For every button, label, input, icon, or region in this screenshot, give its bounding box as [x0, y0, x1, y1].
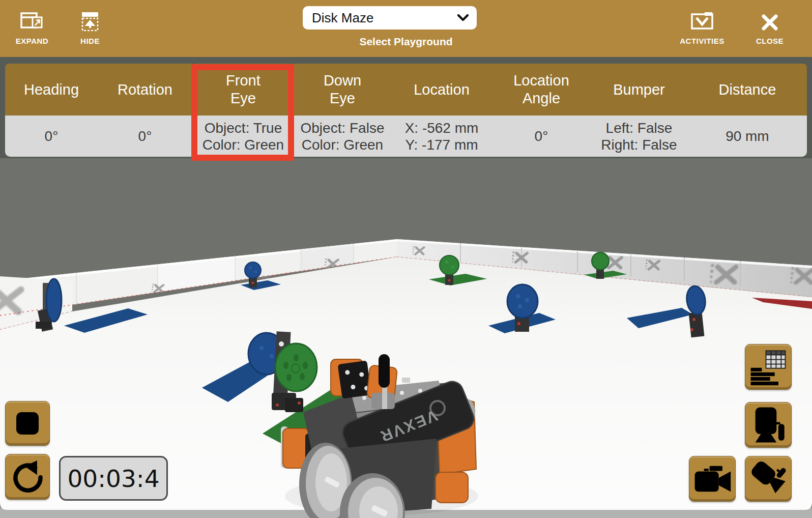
close-x-icon [761, 7, 779, 32]
app-window: VEXVR [0, 0, 812, 518]
col-header-location-angle: Location Angle [492, 64, 590, 116]
value-location-angle: 0° [492, 116, 590, 157]
close-button[interactable]: CLOSE [750, 7, 790, 45]
col-header-rotation: Rotation [98, 64, 192, 116]
top-toolbar: EXPAND HIDE Disk Maze Select Playground [0, 0, 812, 57]
chevron-down-icon [457, 14, 469, 21]
activities-button[interactable]: ACTIVITIES [673, 7, 732, 45]
col-header-down-eye: Down Eye [294, 64, 391, 116]
value-heading: 0° [5, 116, 98, 157]
robot-view-icon [749, 406, 788, 444]
activities-label: ACTIVITIES [680, 37, 724, 45]
expand-window-icon [20, 7, 44, 32]
robot-view-button[interactable] [745, 402, 792, 448]
close-label: CLOSE [756, 37, 784, 45]
reset-counterclockwise-icon [10, 459, 45, 494]
hide-window-icon [81, 7, 99, 32]
col-header-location: Location [391, 64, 492, 116]
stop-button[interactable] [5, 401, 50, 446]
stop-square-icon [14, 410, 41, 437]
sensor-table: Heading Rotation Front Eye Down Eye Loca… [5, 64, 807, 157]
sensor-dashboard: Heading Rotation Front Eye Down Eye Loca… [0, 57, 812, 158]
dashboard-toggle-button[interactable] [745, 344, 792, 390]
tilted-camera-button[interactable] [745, 456, 792, 502]
col-header-distance: Distance [688, 64, 807, 116]
playground-select[interactable]: Disk Maze [303, 6, 477, 30]
value-down-eye: Object: False Color: Green [294, 116, 391, 157]
col-header-bumper: Bumper [590, 64, 688, 116]
value-location: X: -562 mm Y: -177 mm [391, 116, 492, 157]
col-header-front-eye: Front Eye [192, 64, 294, 116]
timer-display: 00:03:4 [59, 456, 168, 501]
playground-selected-value: Disk Maze [312, 10, 457, 26]
dashboard-table-icon [749, 348, 788, 386]
value-bumper: Left: False Right: False [590, 116, 688, 157]
value-distance: 90 mm [688, 116, 807, 157]
video-camera-icon [693, 459, 732, 498]
col-header-heading: Heading [5, 64, 98, 116]
value-rotation: 0° [98, 116, 192, 157]
value-front-eye: Object: True Color: Green [192, 116, 294, 157]
activities-folder-icon [690, 7, 714, 32]
video-camera-button[interactable] [689, 456, 736, 502]
reset-button[interactable] [5, 454, 50, 500]
tilted-camera-icon [749, 459, 788, 498]
